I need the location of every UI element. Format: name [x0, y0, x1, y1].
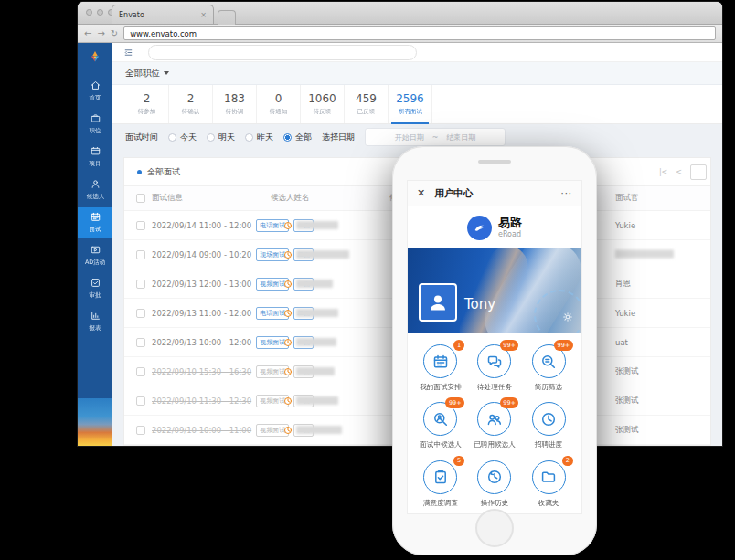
address-bar[interactable]: www.envato.com: [123, 26, 716, 40]
sidebar-item-approval[interactable]: 审批: [78, 273, 112, 304]
app-item-clock[interactable]: 招聘进度: [522, 402, 576, 451]
row-checkbox[interactable]: [136, 426, 145, 435]
notification-badge: 99+: [445, 397, 464, 408]
reload-icon[interactable]: ↻: [111, 29, 118, 38]
status-tabs: 2 待参加 2 待确认 183 待协调 0 待通知 1060 待反馈 459 已…: [112, 85, 722, 124]
row-checkbox[interactable]: [136, 250, 145, 259]
sidebar-item-report[interactable]: 报表: [78, 306, 112, 337]
gear-art: [534, 290, 581, 333]
pagination: |< <: [659, 164, 698, 180]
status-tab[interactable]: 2 待确认: [169, 85, 213, 123]
pager-page-box[interactable]: [690, 164, 707, 180]
app-item-chat[interactable]: 99+ 待处理任务: [467, 344, 521, 394]
pending-clock-icon: [283, 280, 293, 289]
user-banner: Tony: [408, 248, 581, 333]
new-tab-stub[interactable]: [218, 10, 236, 25]
browser-tabbar: Envato ×: [78, 2, 722, 25]
app-grid: 1 我的面试安排 99+ 待处理任务 99+ 简历筛选 99+ 面试中候选人 9…: [408, 333, 581, 513]
sidebar-item-ad[interactable]: AD活动: [78, 240, 112, 271]
sidebar-item-person[interactable]: 候选人: [78, 174, 112, 206]
sidebar-item-calendar[interactable]: 面试: [78, 207, 112, 238]
app-item-people[interactable]: 99+ 已聘用候选人: [467, 402, 521, 451]
avatar[interactable]: [419, 283, 457, 322]
radio-icon: [245, 133, 253, 142]
row-checkbox[interactable]: [136, 280, 145, 289]
pager-first-icon[interactable]: |<: [659, 168, 667, 176]
candidate-name-redacted: [296, 426, 342, 434]
interview-time: 2022/09/10 10:00 - 11:00: [152, 426, 251, 435]
row-checkbox[interactable]: [136, 309, 145, 318]
stage: Envato × ← → ↻ www.envato.com 首页 职位 项目: [0, 0, 735, 560]
time-radio[interactable]: 今天: [168, 132, 197, 143]
status-tab[interactable]: 183 待协调: [213, 85, 257, 123]
clipboard-icon: 5: [423, 460, 457, 494]
notification-badge: 99+: [554, 340, 573, 351]
tab-close-icon[interactable]: ×: [200, 11, 207, 19]
minimize-window-icon[interactable]: [97, 9, 103, 16]
sidebar-item-home[interactable]: 首页: [78, 76, 112, 107]
search-doc-icon: 99+: [532, 344, 566, 378]
sidebar-item-project[interactable]: 项目: [78, 142, 112, 173]
status-tab[interactable]: 2 待参加: [125, 85, 169, 123]
home-button[interactable]: [475, 509, 514, 547]
app-item-clipboard[interactable]: 5 满意度调查: [413, 460, 467, 510]
window-controls[interactable]: [86, 9, 114, 16]
briefcase-icon: [90, 112, 101, 124]
calendar-icon: [90, 211, 101, 223]
collapse-menu-icon[interactable]: [123, 48, 133, 58]
candidate-name-redacted: [296, 338, 336, 346]
pager-prev-icon[interactable]: <: [676, 168, 682, 176]
status-tab[interactable]: 0 待通知: [257, 85, 301, 123]
status-tab[interactable]: 459 已反馈: [345, 85, 389, 123]
app-item-search-person[interactable]: 99+ 面试中候选人: [413, 402, 467, 451]
app-item-history[interactable]: 操作历史: [467, 460, 521, 510]
status-tab[interactable]: 1060 待反馈: [301, 85, 345, 123]
interviewer-cell: 张测试: [615, 366, 639, 377]
time-filter-label: 面试时间: [125, 132, 158, 143]
date-range-input[interactable]: 开始日期 ~ 结束日期: [365, 128, 506, 146]
app-item-search-doc[interactable]: 99+ 简历筛选: [522, 344, 576, 394]
report-icon: [90, 310, 101, 322]
person-icon: [90, 178, 101, 190]
more-menu-icon[interactable]: ···: [560, 188, 572, 198]
position-dropdown[interactable]: 全部职位: [125, 68, 160, 79]
candidate-name-redacted: [296, 280, 333, 288]
range-separator: ~: [432, 133, 439, 142]
phone-screen: ✕ 用户中心 ··· 易路 eRoad Tony: [407, 180, 582, 514]
status-tab[interactable]: 2596 所有面试: [389, 85, 432, 123]
interview-time: 2022/09/13 11:00 - 12:00: [152, 309, 251, 318]
search-person-icon: 99+: [423, 402, 457, 436]
sidebar-item-briefcase[interactable]: 职位: [78, 109, 112, 140]
row-checkbox[interactable]: [136, 367, 145, 376]
close-window-icon[interactable]: [86, 9, 92, 16]
browser-tab[interactable]: Envato ×: [112, 5, 214, 24]
global-search-input[interactable]: [148, 45, 417, 60]
notification-badge: 99+: [500, 397, 519, 408]
clock-icon: [532, 402, 566, 436]
history-icon: [477, 460, 511, 494]
row-checkbox[interactable]: [136, 396, 145, 406]
close-icon[interactable]: ✕: [417, 187, 425, 199]
chevron-down-icon: [164, 71, 169, 75]
select-all-checkbox[interactable]: [136, 194, 145, 203]
radio-icon: [207, 133, 215, 142]
app-item-folder[interactable]: 2 收藏夹: [522, 460, 576, 510]
tab-title: Envato: [119, 11, 200, 19]
interviewer-redacted: [615, 249, 674, 258]
phone-speaker: [478, 160, 511, 164]
notification-badge: 2: [562, 456, 573, 467]
settings-gear-icon[interactable]: [561, 310, 574, 327]
time-radio[interactable]: 昨天: [245, 132, 273, 143]
interview-time: 2022/09/10 11:30 - 12:30: [152, 396, 251, 406]
row-checkbox[interactable]: [136, 221, 145, 230]
logo-en-text: eRoad: [498, 230, 522, 238]
back-icon[interactable]: ←: [84, 29, 91, 38]
interview-time: 2022/09/14 11:00 - 12:00: [152, 221, 251, 230]
time-radio[interactable]: 明天: [207, 132, 235, 143]
row-checkbox[interactable]: [136, 338, 145, 347]
time-radio[interactable]: 全部: [283, 132, 312, 143]
url-text: www.envato.com: [130, 29, 197, 38]
app-item-calendar-app[interactable]: 1 我的面试安排: [413, 344, 467, 394]
people-icon: 99+: [477, 402, 511, 436]
forward-icon[interactable]: →: [97, 29, 104, 38]
